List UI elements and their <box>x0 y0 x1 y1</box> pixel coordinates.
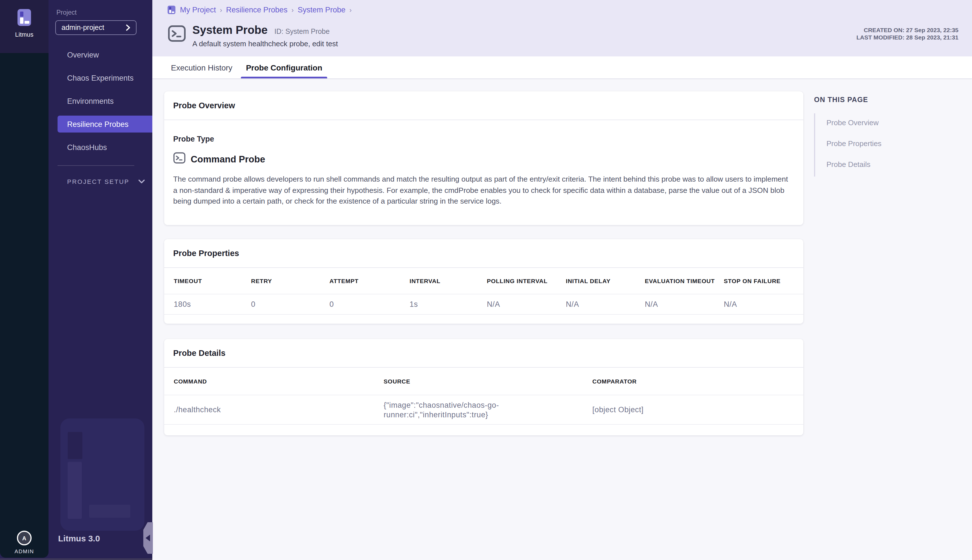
sidebar: Project admin-project Overview Chaos Exp… <box>48 0 152 560</box>
chevron-down-icon <box>138 179 145 184</box>
on-this-page-list: Probe Overview Probe Properties Probe De… <box>814 113 927 177</box>
command-value: ./healthcheck <box>174 405 383 414</box>
app-window: Litmus A ADMIN Project admin-project Ove… <box>0 0 972 560</box>
toc-link-probe-details[interactable]: Probe Details <box>827 160 927 168</box>
column-header: STOP ON FAILURE <box>724 277 794 284</box>
properties-table-header: TIMEOUT RETRY ATTEMPT INTERVAL POLLING I… <box>164 268 803 294</box>
probe-description: A default system healthcheck probe, edit… <box>192 40 338 48</box>
breadcrumb: My Project › Resilience Probes › System … <box>168 6 356 14</box>
brand-name: Litmus <box>0 31 48 38</box>
probe-overview-card: Probe Overview Probe Type Command Probe <box>164 92 803 225</box>
sidebar-item-resilience-probes[interactable]: Resilience Probes <box>58 116 152 133</box>
avatar-initial: A <box>22 535 26 541</box>
litmus-logo-icon[interactable] <box>17 9 31 28</box>
page-header: My Project › Resilience Probes › System … <box>152 0 972 57</box>
probe-details-heading: Probe Details <box>164 339 803 368</box>
created-on: CREATED ON: 27 Sep 2023, 22:35 <box>856 27 959 34</box>
column-header: TIMEOUT <box>174 277 251 284</box>
terminal-probe-icon <box>168 25 186 48</box>
evaluation-timeout-value: N/A <box>645 300 724 308</box>
project-selector-value: admin-project <box>62 24 126 32</box>
on-this-page: ON THIS PAGE Probe Overview Probe Proper… <box>814 96 927 177</box>
column-header: EVALUATION TIMEOUT <box>645 277 724 284</box>
app-rail: Litmus A ADMIN <box>0 0 48 558</box>
version-label: Litmus 3.0 <box>58 533 100 543</box>
breadcrumb-item-my-project[interactable]: My Project <box>180 6 216 14</box>
probe-properties-heading: Probe Properties <box>164 239 803 268</box>
sidebar-item-environments[interactable]: Environments <box>58 92 152 109</box>
main-area: My Project › Resilience Probes › System … <box>152 0 972 560</box>
breadcrumb-item-system-probe[interactable]: System Probe <box>298 6 345 14</box>
details-table-header: COMMAND SOURCE COMPARATOR <box>164 368 803 395</box>
project-label: Project <box>57 9 77 16</box>
watermark-shape <box>68 462 82 519</box>
user-avatar[interactable]: A <box>17 531 32 545</box>
probe-id-label: ID: System Probe <box>275 28 330 35</box>
page-title: System Probe <box>192 24 268 37</box>
initial-delay-value: N/A <box>566 300 645 308</box>
on-this-page-title: ON THIS PAGE <box>814 96 927 104</box>
user-role-label: ADMIN <box>0 548 48 554</box>
watermark-shape <box>68 432 82 459</box>
project-setup-toggle[interactable]: PROJECT SETUP <box>67 178 145 185</box>
breadcrumb-item-resilience-probes[interactable]: Resilience Probes <box>226 6 288 14</box>
collapse-arrow-icon <box>145 535 150 542</box>
timeout-value: 180s <box>174 300 251 308</box>
attempt-value: 0 <box>330 300 410 308</box>
column-header: ATTEMPT <box>330 277 410 284</box>
litmus-watermark <box>60 418 144 531</box>
toc-link-probe-overview[interactable]: Probe Overview <box>827 118 927 127</box>
tab-probe-configuration[interactable]: Probe Configuration <box>241 57 327 78</box>
tab-bar: Execution History Probe Configuration <box>152 57 972 79</box>
column-header: SOURCE <box>383 378 592 385</box>
sidebar-item-chaos-experiments[interactable]: Chaos Experiments <box>58 69 152 86</box>
left-panel: Litmus A ADMIN Project admin-project Ove… <box>0 0 152 560</box>
toc-link-probe-properties[interactable]: Probe Properties <box>827 139 927 148</box>
column-header: COMPARATOR <box>592 378 794 385</box>
source-value: {"image":"chaosnative/chaos-go-runner:ci… <box>383 400 502 419</box>
title-block: System Probe ID: System Probe A default … <box>168 24 338 48</box>
column-header: INITIAL DELAY <box>566 277 645 284</box>
column-header: POLLING INTERVAL <box>487 277 566 284</box>
sidebar-divider <box>58 165 134 166</box>
properties-table-row: 180s 0 0 1s N/A N/A N/A N/A <box>164 294 803 315</box>
column-header: INTERVAL <box>410 277 487 284</box>
tab-execution-history[interactable]: Execution History <box>166 57 237 78</box>
breadcrumb-separator: › <box>220 6 222 14</box>
litmus-mini-logo-icon <box>168 6 175 14</box>
column-header: COMMAND <box>174 378 383 385</box>
project-selector[interactable]: admin-project <box>55 20 137 35</box>
last-modified: LAST MODIFIED: 28 Sep 2023, 21:31 <box>856 34 959 41</box>
probe-overview-heading: Probe Overview <box>164 92 803 120</box>
probe-type-value: Command Probe <box>191 154 265 164</box>
watermark-shape <box>89 505 130 518</box>
command-probe-icon <box>173 152 186 167</box>
breadcrumb-separator: › <box>292 6 293 14</box>
polling-interval-value: N/A <box>487 300 566 308</box>
probe-type-label: Probe Type <box>173 135 794 143</box>
breadcrumb-separator: › <box>350 6 352 14</box>
interval-value: 1s <box>410 300 487 308</box>
chevron-right-icon <box>126 24 130 31</box>
project-setup-label: PROJECT SETUP <box>67 178 130 185</box>
sidebar-item-chaoshubs[interactable]: ChaosHubs <box>58 139 152 156</box>
comparator-value: [object Object] <box>592 405 794 414</box>
details-table-row: ./healthcheck {"image":"chaosnative/chao… <box>164 395 803 425</box>
content-area: Probe Overview Probe Type Command Probe <box>152 80 972 560</box>
timestamps: CREATED ON: 27 Sep 2023, 22:35 LAST MODI… <box>856 27 959 41</box>
probe-details-card: Probe Details COMMAND SOURCE COMPARATOR … <box>164 339 803 435</box>
column-header: RETRY <box>251 277 330 284</box>
retry-value: 0 <box>251 300 330 308</box>
sidebar-item-overview[interactable]: Overview <box>58 46 152 63</box>
stop-on-failure-value: N/A <box>724 300 794 308</box>
probe-type-description: The command probe allows developers to r… <box>173 174 792 207</box>
sidebar-nav: Overview Chaos Experiments Environments … <box>48 46 152 162</box>
probe-properties-card: Probe Properties TIMEOUT RETRY ATTEMPT I… <box>164 239 803 324</box>
